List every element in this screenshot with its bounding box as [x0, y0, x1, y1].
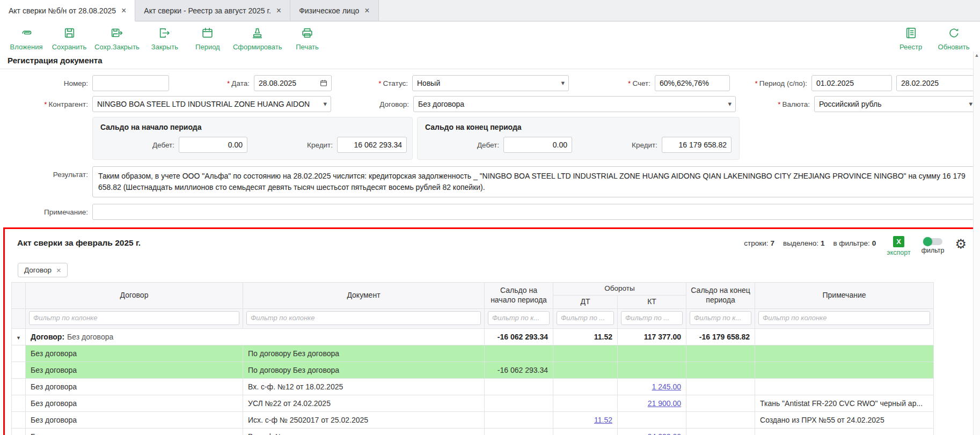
period-button[interactable]: Период	[187, 25, 229, 52]
registry-button[interactable]: Реестр	[890, 25, 932, 52]
filter-input-saldo-end[interactable]	[690, 311, 751, 325]
group-note	[755, 328, 934, 345]
exit-door-icon	[158, 26, 171, 41]
number-label: Номер:	[0, 79, 92, 87]
cell-dt	[553, 378, 618, 395]
note-input[interactable]	[92, 204, 978, 220]
tab-label: Физическое лицо	[299, 6, 359, 15]
tab-fiz-lico[interactable]: Физическое лицо ×	[290, 0, 379, 21]
cell-contract: Без договора	[26, 362, 243, 378]
filter-toggle[interactable]	[923, 238, 942, 245]
currency-select[interactable]: Российский рубль ▾	[814, 96, 977, 112]
attachments-button[interactable]: Вложения	[5, 25, 47, 52]
export-control[interactable]: X экспорт	[887, 236, 910, 256]
table-row[interactable]: Без договора По договору Без договора -1…	[12, 362, 934, 378]
filter-input-document[interactable]	[246, 311, 481, 325]
amount-link[interactable]: 11.52	[594, 416, 612, 424]
chip-label: Договор	[24, 266, 52, 274]
rows-count: 7	[770, 239, 774, 247]
table-row[interactable]: Без договора Вх. с-ф №... 94 232.00	[12, 428, 934, 435]
tab-bar-filler	[379, 0, 980, 21]
number-input[interactable]	[92, 75, 169, 91]
chevron-down-icon: ▾	[561, 79, 565, 87]
date-label: *Дата:	[169, 79, 254, 87]
credit-label: Кредит:	[572, 141, 662, 149]
credit-end-input[interactable]	[662, 137, 732, 153]
amount-link[interactable]: 1 245.00	[652, 382, 682, 391]
chip-close-icon[interactable]: ×	[56, 266, 61, 274]
scroll-up-icon[interactable]: ▲	[975, 51, 979, 435]
cell-contract: Без договора	[26, 378, 243, 395]
col-header-dt[interactable]: ДТ	[553, 296, 618, 309]
credit-start-input[interactable]	[337, 137, 407, 153]
debit-end-input[interactable]	[503, 137, 572, 153]
counterparty-select[interactable]: NINGBO BOA STEEL LTD INDUSTRIAL ZONE HUA…	[92, 96, 331, 112]
account-label: *Счет:	[569, 79, 655, 87]
tab-act-sverki-reestr[interactable]: Акт сверки - Реестр за август 2025 г. ×	[135, 0, 290, 21]
contract-select[interactable]: Без договора ▾	[413, 96, 736, 112]
amount-link[interactable]: 21 900.00	[648, 399, 681, 408]
grid-stats: строки:7 выделено:1 в фильтре:0	[744, 236, 876, 247]
print-button[interactable]: Печать	[287, 25, 328, 52]
counterparty-label: *Контрагент:	[0, 100, 92, 108]
filter-input-contract[interactable]	[29, 311, 239, 325]
status-select[interactable]: Новый ▾	[412, 75, 569, 91]
col-header-kt[interactable]: КТ	[618, 296, 686, 309]
excel-export-icon[interactable]: X	[893, 236, 904, 247]
group-chip-contract[interactable]: Договор ×	[18, 263, 68, 277]
status-label: *Статус:	[332, 79, 412, 87]
generate-button[interactable]: Сформировать	[230, 25, 286, 52]
filter-input-dt[interactable]	[557, 311, 614, 325]
cell-note: Ткань "Antistat FR-220 CVC RWO" черный а…	[755, 395, 934, 411]
selected-count: 1	[821, 239, 825, 247]
debit-start-input[interactable]	[179, 137, 247, 153]
period-to-input[interactable]	[896, 75, 977, 91]
col-header-note[interactable]: Примечание	[755, 283, 934, 309]
tab-act-sverki[interactable]: Акт сверки №б/н от 28.08.2025 ×	[0, 0, 135, 21]
table-row[interactable]: Без договора Исх. с-ф № 2502017 от 25.02…	[12, 411, 934, 428]
close-icon[interactable]: ×	[364, 6, 369, 15]
col-header-contract[interactable]: Договор	[26, 283, 243, 309]
account-input[interactable]	[655, 75, 730, 91]
save-close-button[interactable]: Сохр.Закрыть	[91, 25, 143, 52]
paperclip-icon	[20, 26, 33, 41]
debit-label: Дебет:	[93, 141, 179, 149]
table-row[interactable]: Без договора Вх. с-ф. №12 от 18.02.2025 …	[12, 378, 934, 395]
table-row[interactable]: Без договора По договору Без договора	[12, 345, 934, 362]
period-from-input[interactable]	[811, 75, 892, 91]
col-header-saldo-start[interactable]: Сальдо на начало периода	[485, 283, 553, 309]
toolbar: Вложения Сохранить Сохр.Закрыть Закрыть …	[0, 21, 980, 55]
close-document-button[interactable]: Закрыть	[144, 25, 186, 52]
period-label: *Период (с/по):	[730, 79, 811, 87]
filter-control[interactable]: фильтр	[922, 236, 945, 254]
cell-document: УСЛ №22 от 24.02.2025	[243, 395, 485, 411]
col-header-document[interactable]: Документ	[243, 283, 485, 309]
table-row[interactable]: Без договора УСЛ №22 от 24.02.2025 21 90…	[12, 395, 934, 411]
filter-input-note[interactable]	[758, 311, 930, 325]
group-row[interactable]: ▼ Договор:Без договора -16 062 293.34 11…	[12, 328, 934, 345]
refresh-button[interactable]: Обновить	[933, 25, 975, 52]
grid-header: Акт сверки за февраль 2025 г. строки:7 в…	[5, 229, 975, 256]
save-button[interactable]: Сохранить	[48, 25, 90, 52]
col-header-saldo-end[interactable]: Сальдо на конец периода	[686, 283, 755, 309]
cell-document: Исх. с-ф № 2502017 от 25.02.2025	[243, 411, 485, 428]
printer-icon	[301, 26, 314, 41]
stamp-icon	[251, 26, 264, 41]
cell-saldo-start	[485, 411, 553, 428]
collapse-group-cell[interactable]: ▼	[12, 328, 26, 345]
close-icon[interactable]: ×	[276, 6, 281, 15]
close-icon[interactable]: ×	[121, 6, 126, 15]
cell-saldo-start	[485, 428, 553, 435]
tab-label: Акт сверки №б/н от 28.08.2025	[9, 6, 116, 15]
saldo-start-panel: Сальдо на начало периода Дебет: Кредит:	[92, 117, 413, 160]
ledger-icon	[904, 26, 918, 41]
amount-link[interactable]: 94 232.00	[648, 432, 681, 435]
filter-input-kt[interactable]	[621, 311, 683, 325]
expand-triangle-icon[interactable]: ▼	[16, 335, 21, 341]
form-row-2: *Контрагент: NINGBO BOA STEEL LTD INDUST…	[0, 96, 978, 112]
vertical-scrollbar[interactable]: ▲	[973, 51, 980, 435]
filter-input-saldo-start[interactable]	[488, 311, 550, 325]
gear-icon[interactable]: ⚙	[955, 236, 967, 250]
cell-dt	[553, 395, 618, 411]
filter-label: фильтр	[922, 247, 945, 254]
